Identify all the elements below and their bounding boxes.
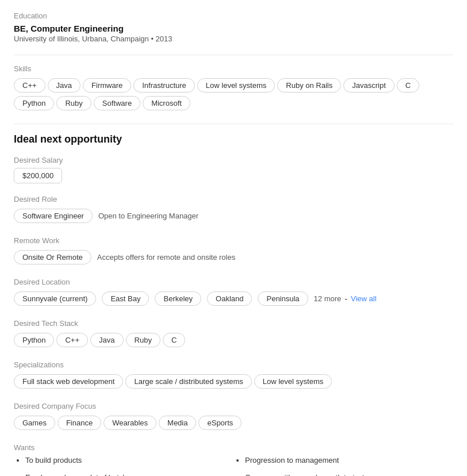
desired-location-label: Desired Location [14, 278, 453, 286]
company-focus-section: Desired Company Focus GamesFinanceWearab… [14, 402, 453, 432]
skill-tag: Javascript [343, 78, 395, 93]
wants-section: Wants To build productsEmployees 'wear a… [14, 443, 453, 476]
specialization-tag: Low level systems [254, 374, 332, 389]
skills-tags: C++JavaFirmwareInfrastructureLow level s… [14, 76, 453, 112]
tech-tag: C [163, 333, 185, 347]
skill-tag: Software [94, 96, 140, 110]
wants-columns: To build productsEmployees 'wear a lot o… [14, 455, 453, 476]
remote-work-label: Remote Work [14, 236, 453, 245]
skill-tag: Low level systems [197, 78, 275, 93]
specialization-tag: Large scale / distributed systems [125, 374, 251, 389]
company-focus-tag: eSports [198, 416, 242, 430]
tech-tag: Python [14, 333, 54, 347]
location-tag: Oakland [207, 291, 252, 306]
divider-2 [14, 124, 453, 124]
desired-salary-label: Desired Salary [14, 156, 453, 164]
skill-tag: Infrastructure [133, 78, 195, 93]
wants-item: Employees 'wear a lot of hats' [25, 473, 234, 476]
wants-right-col: Progression to managementCompany with a … [234, 455, 453, 476]
remote-work-note: Accepts offers for remote and onsite rol… [97, 253, 235, 262]
tech-tag: Java [90, 333, 123, 347]
tech-tag: C++ [56, 333, 88, 347]
desired-tech-stack-label: Desired Tech Stack [14, 319, 453, 328]
specializations-label: Specializations [14, 360, 453, 369]
wants-right-list: Progression to managementCompany with a … [234, 455, 453, 476]
desired-location-section: Desired Location Sunnyvale (current)East… [14, 278, 453, 308]
specializations-tags: Full stack web developmentLarge scale / … [14, 373, 453, 390]
wants-item: Company with a good growth trajectory [245, 473, 453, 476]
desired-tech-stack-section: Desired Tech Stack PythonC++JavaRubyC [14, 319, 453, 349]
company-focus-tag: Wearables [104, 416, 156, 430]
skill-tag: Firmware [83, 78, 131, 93]
desired-location-row: Sunnyvale (current)East BayBerkeleyOakla… [14, 290, 453, 308]
wants-label: Wants [14, 443, 453, 452]
skills-section: Skills C++JavaFirmwareInfrastructureLow … [14, 64, 453, 112]
divider-1 [14, 55, 453, 55]
skills-label: Skills [14, 64, 453, 73]
tech-tag: Ruby [126, 333, 160, 347]
view-all-link[interactable]: View all [351, 294, 377, 303]
company-focus-label: Desired Company Focus [14, 402, 453, 410]
desired-role-note: Open to Engineering Manager [98, 212, 198, 220]
skill-tag: Microsoft [143, 96, 190, 110]
skill-tag: Ruby [56, 96, 91, 110]
education-degree: BE, Computer Engineering [14, 24, 453, 33]
ideal-heading: Ideal next opportunity [14, 133, 453, 145]
skill-tag: Java [48, 78, 81, 93]
location-tag: Sunnyvale (current) [14, 291, 96, 306]
desired-role-primary: Software Engineer [14, 209, 93, 223]
education-label: Education [14, 11, 453, 20]
desired-salary-row: $200,000 [14, 168, 453, 183]
desired-role-row: Software Engineer Open to Engineering Ma… [14, 207, 453, 225]
wants-item: Progression to management [245, 455, 453, 466]
salary-value: $200,000 [14, 168, 62, 183]
company-focus-tag: Media [159, 416, 196, 430]
tech-stack-tags: PythonC++JavaRubyC [14, 331, 453, 349]
desired-role-label: Desired Role [14, 195, 453, 204]
location-tag: Peninsula [258, 291, 308, 306]
location-tag: Berkeley [155, 291, 201, 306]
specializations-section: Specializations Full stack web developme… [14, 360, 453, 390]
location-tag: East Bay [102, 291, 149, 306]
skill-tag: Ruby on Rails [277, 78, 341, 93]
education-school: University of Illinois, Urbana, Champaig… [14, 34, 453, 43]
desired-role-section: Desired Role Software Engineer Open to E… [14, 195, 453, 225]
remote-work-primary: Onsite Or Remote [14, 250, 91, 264]
company-focus-tag: Games [14, 416, 55, 430]
skill-tag: C [397, 78, 419, 93]
wants-item: To build products [25, 455, 234, 466]
specialization-tag: Full stack web development [14, 374, 123, 389]
skill-tag: C++ [14, 78, 45, 93]
wants-left-list: To build productsEmployees 'wear a lot o… [14, 455, 234, 476]
wants-left-col: To build productsEmployees 'wear a lot o… [14, 455, 234, 476]
remote-work-row: Onsite Or Remote Accepts offers for remo… [14, 248, 453, 266]
skill-tag: Python [14, 96, 54, 110]
company-focus-tag: Finance [58, 416, 101, 430]
remote-work-section: Remote Work Onsite Or Remote Accepts off… [14, 236, 453, 266]
more-count: 12 more [314, 294, 342, 303]
company-focus-tags: GamesFinanceWearablesMediaeSports [14, 414, 453, 432]
desired-salary-section: Desired Salary $200,000 [14, 156, 453, 183]
education-section: Education BE, Computer Engineering Unive… [14, 11, 453, 43]
